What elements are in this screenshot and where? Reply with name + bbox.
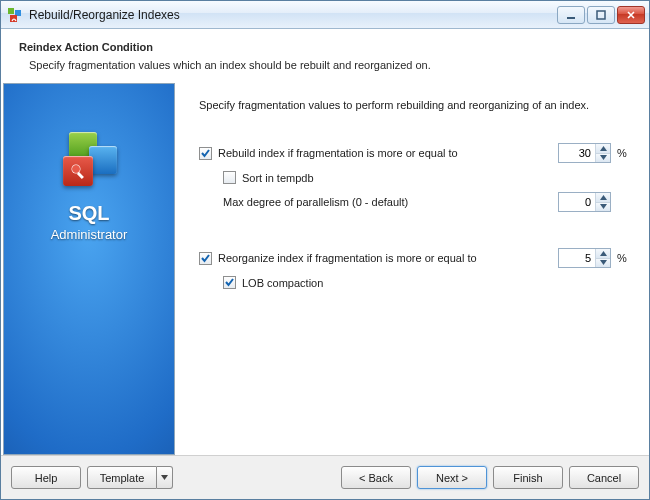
sort-tempdb-row: Sort in tempdb: [223, 171, 629, 184]
main-panel: Specify fragmentation values to perform …: [175, 83, 647, 455]
svg-rect-4: [597, 11, 605, 19]
reorganize-threshold-input[interactable]: [559, 249, 595, 267]
template-split-button: Template: [87, 466, 173, 489]
wizard-window: Rebuild/Reorganize Indexes Reindex Actio…: [0, 0, 650, 500]
minimize-button[interactable]: [557, 6, 585, 24]
sort-tempdb-label: Sort in tempdb: [242, 172, 629, 184]
spinner-up-icon[interactable]: [596, 144, 610, 154]
page-title: Reindex Action Condition: [19, 41, 631, 53]
chevron-down-icon: [161, 475, 168, 480]
svg-rect-6: [77, 172, 84, 179]
reorganize-unit: %: [617, 252, 629, 264]
page-description: Specify fragmentation values which an in…: [29, 59, 631, 71]
rebuild-threshold-input[interactable]: [559, 144, 595, 162]
spinner-up-icon[interactable]: [596, 249, 610, 259]
lob-checkbox[interactable]: [223, 276, 236, 289]
maxdop-row: Max degree of parallelism (0 - default): [223, 192, 629, 212]
help-button[interactable]: Help: [11, 466, 81, 489]
spinner-up-icon[interactable]: [596, 193, 610, 203]
rebuild-threshold-spinner[interactable]: [558, 143, 611, 163]
window-title: Rebuild/Reorganize Indexes: [29, 8, 557, 22]
main-intro: Specify fragmentation values to perform …: [199, 99, 629, 111]
spinner-down-icon[interactable]: [596, 203, 610, 212]
rebuild-unit: %: [617, 147, 629, 159]
maxdop-label: Max degree of parallelism (0 - default): [223, 196, 558, 208]
next-button[interactable]: Next >: [417, 466, 487, 489]
svg-rect-0: [8, 8, 14, 14]
rebuild-checkbox[interactable]: [199, 147, 212, 160]
spinner-down-icon[interactable]: [596, 154, 610, 163]
maximize-button[interactable]: [587, 6, 615, 24]
lob-label: LOB compaction: [242, 277, 629, 289]
lob-row: LOB compaction: [223, 276, 629, 289]
svg-rect-3: [567, 17, 575, 19]
wizard-body: SQL Administrator Specify fragmentation …: [1, 82, 649, 455]
sidebar-banner: SQL Administrator: [3, 83, 175, 455]
sort-tempdb-checkbox[interactable]: [223, 171, 236, 184]
template-button[interactable]: Template: [87, 466, 157, 489]
rebuild-label: Rebuild index if fragmentation is more o…: [218, 147, 558, 159]
cancel-button[interactable]: Cancel: [569, 466, 639, 489]
window-controls: [557, 6, 645, 24]
brand-logo: SQL Administrator: [51, 132, 128, 242]
reorganize-threshold-spinner[interactable]: [558, 248, 611, 268]
reorganize-checkbox[interactable]: [199, 252, 212, 265]
maxdop-input[interactable]: [559, 193, 595, 211]
maxdop-spinner[interactable]: [558, 192, 611, 212]
brand-name: SQL: [51, 202, 128, 225]
finish-button[interactable]: Finish: [493, 466, 563, 489]
wizard-footer: Help Template < Back Next > Finish Cance…: [1, 455, 649, 499]
brand-subtitle: Administrator: [51, 227, 128, 242]
close-button[interactable]: [617, 6, 645, 24]
back-button[interactable]: < Back: [341, 466, 411, 489]
template-dropdown-toggle[interactable]: [157, 466, 173, 489]
rebuild-row: Rebuild index if fragmentation is more o…: [199, 143, 629, 163]
reorganize-label: Reorganize index if fragmentation is mor…: [218, 252, 558, 264]
app-icon: [7, 7, 23, 23]
spinner-down-icon[interactable]: [596, 259, 610, 268]
titlebar: Rebuild/Reorganize Indexes: [1, 1, 649, 29]
wizard-header: Reindex Action Condition Specify fragmen…: [1, 29, 649, 81]
reorganize-row: Reorganize index if fragmentation is mor…: [199, 248, 629, 268]
